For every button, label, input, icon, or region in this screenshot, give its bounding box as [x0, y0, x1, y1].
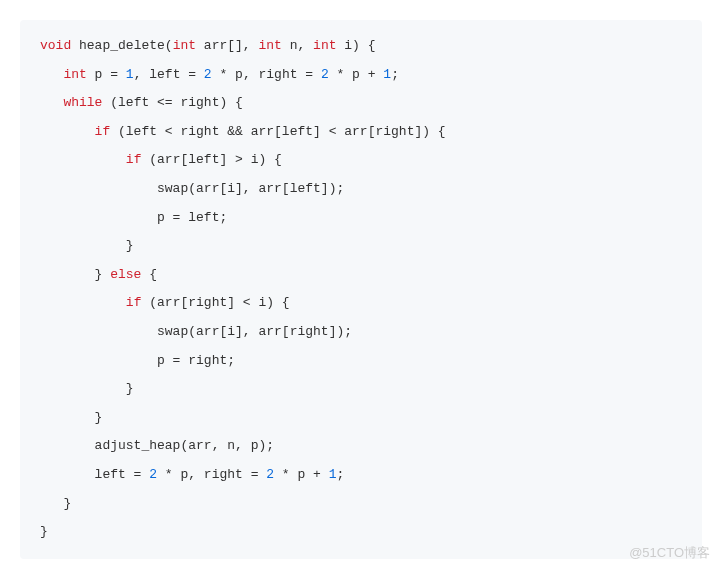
code-block: void heap_delete(int arr[], int n, int i…: [20, 20, 702, 559]
